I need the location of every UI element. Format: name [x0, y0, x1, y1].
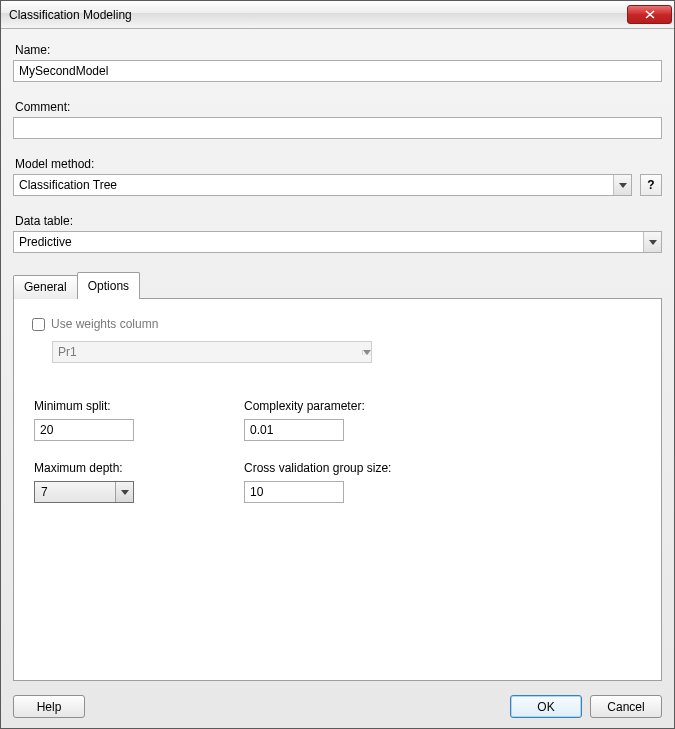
- weights-column-value: Pr1: [58, 345, 77, 359]
- dialog-body: Name: Comment: Model method: Classificat…: [1, 29, 674, 728]
- model-method-select[interactable]: Classification Tree: [13, 174, 632, 196]
- min-split-label: Minimum split:: [34, 399, 214, 413]
- chevron-down-icon: [643, 232, 661, 252]
- data-table-select[interactable]: Predictive: [13, 231, 662, 253]
- complexity-input[interactable]: [244, 419, 344, 441]
- comment-label: Comment:: [15, 100, 662, 114]
- ok-button-label: OK: [537, 700, 554, 714]
- max-depth-select[interactable]: 7: [34, 481, 134, 503]
- data-table-label: Data table:: [15, 214, 662, 228]
- use-weights-checkbox[interactable]: [32, 318, 45, 331]
- max-depth-value: 7: [41, 485, 48, 499]
- use-weights-row: Use weights column: [32, 317, 643, 331]
- cancel-button[interactable]: Cancel: [590, 695, 662, 718]
- complexity-label: Complexity parameter:: [244, 399, 444, 413]
- ok-button[interactable]: OK: [510, 695, 582, 718]
- use-weights-label: Use weights column: [51, 317, 158, 331]
- cv-group-input[interactable]: [244, 481, 344, 503]
- tab-options[interactable]: Options: [77, 272, 140, 299]
- data-table-value: Predictive: [19, 235, 72, 249]
- dialog-window: Classification Modeling Name: Comment: M…: [0, 0, 675, 729]
- options-grid: Minimum split: Complexity parameter: Max…: [34, 399, 643, 503]
- name-label: Name:: [15, 43, 662, 57]
- comment-input[interactable]: [13, 117, 662, 139]
- name-input[interactable]: [13, 60, 662, 82]
- close-icon: [645, 10, 655, 19]
- tabstrip: General Options: [13, 271, 662, 298]
- model-method-help-button[interactable]: ?: [640, 174, 662, 196]
- model-method-label: Model method:: [15, 157, 662, 171]
- max-depth-label: Maximum depth:: [34, 461, 214, 475]
- cancel-button-label: Cancel: [607, 700, 644, 714]
- help-button-label: Help: [37, 700, 62, 714]
- help-button[interactable]: Help: [13, 695, 85, 718]
- footer: Help OK Cancel: [13, 681, 662, 718]
- tabs-container: General Options Use weights column Pr1 M…: [13, 271, 662, 681]
- weights-column-select: Pr1: [52, 341, 372, 363]
- tabpanel-options: Use weights column Pr1 Minimum split: Co…: [13, 298, 662, 681]
- min-split-input[interactable]: [34, 419, 134, 441]
- tab-general[interactable]: General: [13, 275, 78, 299]
- tab-general-label: General: [24, 280, 67, 294]
- titlebar: Classification Modeling: [1, 1, 674, 29]
- model-method-value: Classification Tree: [19, 178, 117, 192]
- question-icon: ?: [647, 178, 654, 192]
- tab-options-label: Options: [88, 279, 129, 293]
- cv-group-label: Cross validation group size:: [244, 461, 444, 475]
- chevron-down-icon: [362, 350, 371, 355]
- chevron-down-icon: [613, 175, 631, 195]
- window-title: Classification Modeling: [9, 8, 627, 22]
- chevron-down-icon: [115, 482, 133, 502]
- close-button[interactable]: [627, 5, 672, 24]
